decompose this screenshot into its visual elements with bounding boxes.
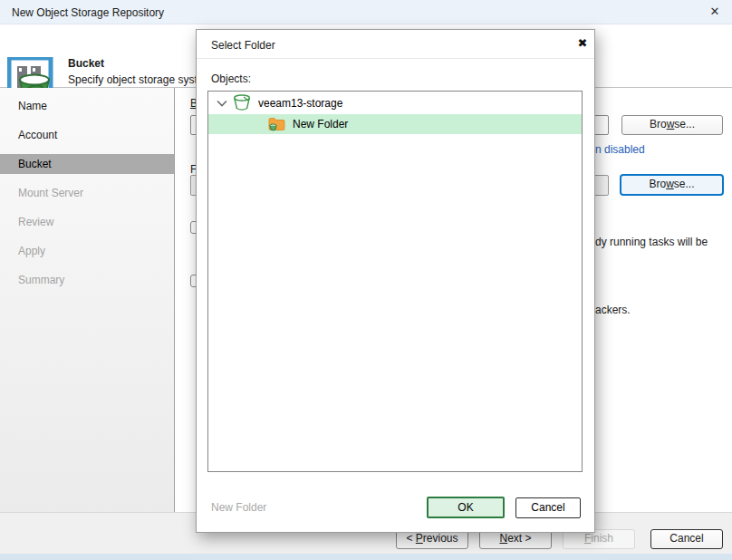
ok-button[interactable]: OK [427, 497, 505, 518]
dialog-title-divider [197, 58, 594, 59]
objects-label: Objects: [211, 72, 251, 85]
finish-label-end: inish [591, 532, 613, 545]
sidebar-item-review[interactable]: Review [0, 212, 174, 232]
dialog-title: Select Folder [211, 39, 275, 52]
select-folder-dialog: Select Folder ✖ Objects: veeam13-storage… [196, 29, 595, 533]
sidebar-item-account[interactable]: Account [0, 125, 174, 145]
dialog-close-icon[interactable]: ✖ [573, 36, 592, 53]
previous-label: < [406, 532, 415, 545]
bucket-browse-label-end: se... [674, 118, 695, 130]
next-accel: N [499, 532, 507, 545]
tree-row-storage-label: veeam13-storage [258, 97, 342, 110]
folder-browse-accel: w [666, 178, 674, 190]
tree-row-new-folder[interactable]: New Folder [208, 114, 582, 134]
bucket-browse-label: Bro [650, 118, 667, 130]
sidebar-item-summary[interactable]: Summary [0, 270, 174, 290]
chevron-down-icon[interactable] [215, 96, 229, 111]
bucket-icon [233, 94, 251, 111]
window-bottom-strip [0, 554, 732, 560]
previous-label-end: revious [423, 532, 458, 545]
window-close-icon[interactable]: ✕ [705, 5, 725, 21]
dialog-cancel-button[interactable]: Cancel [515, 497, 581, 518]
window-titlebar: New Object Storage Repository ✕ [0, 0, 732, 24]
window-title: New Object Storage Repository [12, 6, 164, 19]
sidebar-item-apply[interactable]: Apply [0, 241, 174, 261]
next-label-end: ext > [507, 532, 531, 545]
versioning-status-link[interactable]: n disabled [595, 143, 645, 156]
bucket-browse-button[interactable]: Browse... [621, 115, 723, 135]
tree-row-new-folder-label: New Folder [293, 118, 348, 130]
step-subtitle: Specify object storage system [68, 73, 212, 86]
sidebar-item-bucket[interactable]: Bucket [0, 154, 174, 174]
limit-tasks-note-fragment: dy running tasks will be [595, 236, 708, 248]
folder-browse-button[interactable]: Browse... [620, 174, 724, 196]
step-title: Bucket [68, 57, 104, 70]
wizard-cancel-button[interactable]: Cancel [650, 529, 723, 549]
tree-row-storage[interactable]: veeam13-storage [208, 92, 582, 114]
sidebar-item-name[interactable]: Name [0, 96, 174, 116]
objects-tree: veeam13-storage New Folder [207, 91, 583, 472]
previous-accel: P [416, 532, 423, 545]
new-folder-button[interactable]: New Folder [211, 501, 266, 514]
folder-browse-label: Bro [649, 178, 666, 190]
folder-browse-label-end: se... [674, 178, 695, 190]
wizard-steps-sidebar: Name Account Bucket Mount Server Review … [0, 88, 175, 512]
immutability-note-fragment: ackers. [595, 304, 631, 316]
bucket-folder-icon [268, 117, 285, 131]
sidebar-item-mount-server[interactable]: Mount Server [0, 183, 174, 203]
